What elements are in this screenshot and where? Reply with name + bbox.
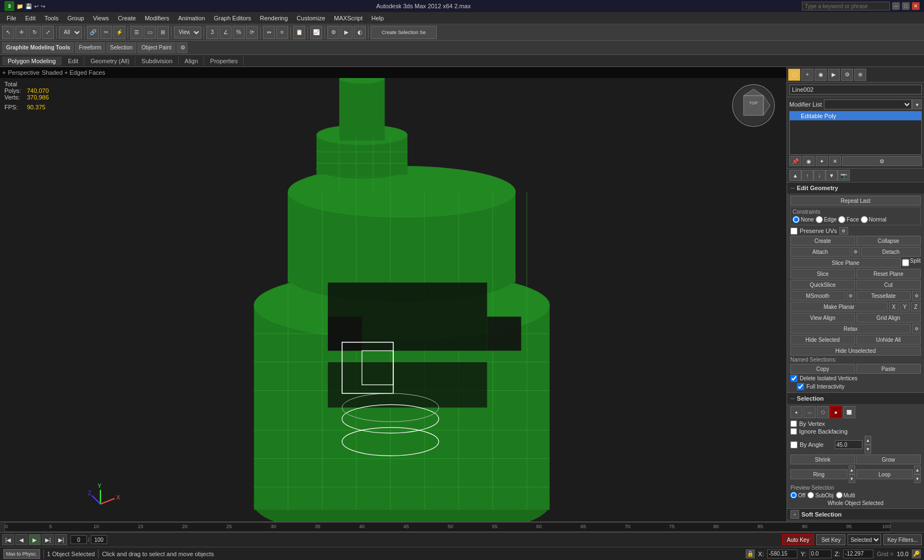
rect-sel[interactable]: ▭	[144, 26, 156, 39]
selection-tab[interactable]: Selection	[106, 42, 136, 53]
minimize-button[interactable]: ─	[892, 2, 900, 10]
make-unique-btn[interactable]: ✦	[816, 156, 828, 166]
current-frame-input[interactable]: 0	[70, 535, 87, 544]
menu-help[interactable]: Help	[367, 14, 388, 23]
constraint-edge-radio[interactable]	[816, 216, 823, 223]
menu-rendering[interactable]: Rendering	[256, 14, 293, 23]
auto-key-btn[interactable]: Auto Key	[782, 534, 815, 545]
menu-file[interactable]: File	[2, 14, 21, 23]
constraint-edge-label[interactable]: Edge	[816, 216, 837, 223]
menu-group[interactable]: Group	[63, 14, 89, 23]
view-align-btn[interactable]: View Align	[790, 313, 855, 323]
element-sel-icon[interactable]: ⬜	[843, 406, 855, 418]
split-check[interactable]	[902, 258, 909, 268]
y-coord-input[interactable]: 0.0	[810, 550, 832, 558]
display-panel-icon[interactable]: ◉	[815, 69, 827, 81]
object-paint-tab[interactable]: Object Paint	[138, 42, 175, 53]
preserve-uvs-check[interactable]	[790, 228, 798, 235]
soft-sel-expand-btn[interactable]: +	[790, 510, 799, 519]
quickslice-btn[interactable]: QuickSlice	[790, 280, 855, 290]
search-input[interactable]	[802, 2, 890, 10]
hide-unselected-btn[interactable]: Hide Unselected	[790, 346, 921, 356]
editable-poly-modifier[interactable]: Editable Poly	[790, 112, 921, 120]
menu-modifiers[interactable]: Modifiers	[140, 14, 174, 23]
ring-up-btn[interactable]: ▲	[849, 465, 855, 474]
poly-sel-icon[interactable]: ■	[830, 406, 842, 418]
by-vertex-check[interactable]	[790, 420, 797, 427]
vp-perspective[interactable]: Perspective	[8, 69, 39, 76]
motion-panel-icon[interactable]: ▶	[828, 69, 840, 81]
vp-shading[interactable]: Shaded + Edged Faces	[42, 69, 105, 76]
rotate-tool[interactable]: ↻	[29, 26, 41, 39]
detach-btn[interactable]: Detach	[861, 247, 921, 257]
relax-settings-btn[interactable]: ⚙	[912, 324, 921, 334]
delete-isolated-check[interactable]	[790, 375, 798, 382]
selection-filter[interactable]: All	[59, 26, 82, 38]
ignore-backfacing-check[interactable]	[790, 428, 797, 435]
constraint-face-radio[interactable]	[838, 216, 845, 223]
set-key-btn[interactable]: Set Key	[816, 534, 845, 545]
slice-btn[interactable]: Slice	[790, 269, 855, 279]
make-planar-z-btn[interactable]: Z	[911, 302, 921, 312]
preview-subobj-label[interactable]: SubObj	[807, 492, 833, 498]
copy-named-sel-btn[interactable]: Copy	[790, 364, 855, 374]
select-by-name[interactable]: ☰	[130, 26, 142, 39]
pin-stack-btn[interactable]: 📌	[789, 156, 801, 166]
edit-geometry-header[interactable]: ─ Edit Geometry	[787, 182, 924, 193]
navigation-cube[interactable]: TOP	[732, 84, 776, 127]
z-coord-input[interactable]: -12.297	[843, 550, 873, 558]
preview-off-radio[interactable]	[790, 492, 797, 498]
grow-btn[interactable]: Grow	[856, 454, 921, 464]
spinner-snap[interactable]: ⟳	[246, 26, 258, 39]
freeform-tab[interactable]: Freeform	[75, 42, 105, 53]
object-name-field[interactable]: Line002	[789, 85, 922, 95]
constraint-normal-radio[interactable]	[861, 216, 868, 223]
relax-btn[interactable]: Relax	[790, 324, 911, 334]
selected-dropdown[interactable]: Selected	[848, 534, 881, 545]
ribbon-tab-subdivision[interactable]: Subdivision	[136, 57, 178, 65]
by-angle-check[interactable]	[790, 441, 798, 448]
preview-multi-label[interactable]: Multi	[836, 492, 855, 498]
go-to-bottom-btn[interactable]: ↓	[813, 170, 826, 181]
preserve-uvs-settings[interactable]: ⚙	[839, 227, 848, 235]
max-to-physic-btn[interactable]: Max to Physc.	[3, 549, 40, 559]
cut-btn[interactable]: Cut	[856, 280, 921, 290]
ribbon-tab-edit[interactable]: Edit	[62, 57, 84, 65]
viewport[interactable]: + Perspective Shaded + Edged Faces Total…	[0, 67, 787, 522]
bind-space-warp[interactable]: ⚡	[113, 26, 125, 39]
viewport-3d-scene[interactable]: X Y Z	[0, 78, 787, 522]
link-tool[interactable]: 🔗	[87, 26, 99, 39]
go-up-btn[interactable]: ▲	[789, 170, 801, 181]
percent-snap[interactable]: %	[233, 26, 245, 39]
render[interactable]: ▶	[340, 26, 353, 39]
by-angle-value[interactable]: 45.0	[835, 440, 862, 449]
go-down-btn[interactable]: ▼	[826, 170, 838, 181]
activeshade[interactable]: ◐	[354, 26, 366, 39]
loop-up-btn[interactable]: ▲	[914, 465, 921, 474]
selection-header[interactable]: ─ Selection	[787, 393, 924, 404]
hierarchy-panel-icon[interactable]: ⊕	[854, 69, 866, 81]
lock-icon[interactable]: 🔒	[746, 550, 755, 558]
msmooth-settings-btn[interactable]: ⚙	[846, 291, 855, 301]
make-planar-y-btn[interactable]: Y	[900, 302, 910, 312]
move-tool[interactable]: ✛	[15, 26, 28, 39]
tessellate-settings-btn[interactable]: ⚙	[912, 291, 921, 301]
msmooth-btn[interactable]: MSmooth	[790, 291, 845, 301]
menu-graph-editors[interactable]: Graph Editors	[210, 14, 256, 23]
modifier-list-expand[interactable]: ▾	[912, 99, 922, 109]
menu-file-tb[interactable]: 📁	[16, 3, 23, 9]
angle-snap[interactable]: ∠	[219, 26, 232, 39]
full-interactivity-check[interactable]	[797, 383, 804, 390]
slice-plane-btn[interactable]: Slice Plane	[790, 258, 901, 268]
configure-modifier-btn[interactable]: ⚙	[842, 156, 922, 166]
preview-multi-radio[interactable]	[836, 492, 843, 498]
prev-frame-btn[interactable]: ◀	[15, 534, 28, 545]
subdivision-header[interactable]: ─ Subdivision Surface	[787, 520, 924, 522]
go-to-start-btn[interactable]: |◀	[2, 534, 14, 545]
curve-editor[interactable]: 📈	[310, 26, 322, 39]
menu-save-tb[interactable]: 💾	[25, 3, 32, 9]
preview-off-label[interactable]: Off	[790, 492, 805, 498]
show-end-result-btn[interactable]: ◉	[802, 156, 815, 166]
maximize-button[interactable]: □	[902, 2, 910, 10]
vertex-sel-icon[interactable]: ●	[790, 406, 802, 418]
